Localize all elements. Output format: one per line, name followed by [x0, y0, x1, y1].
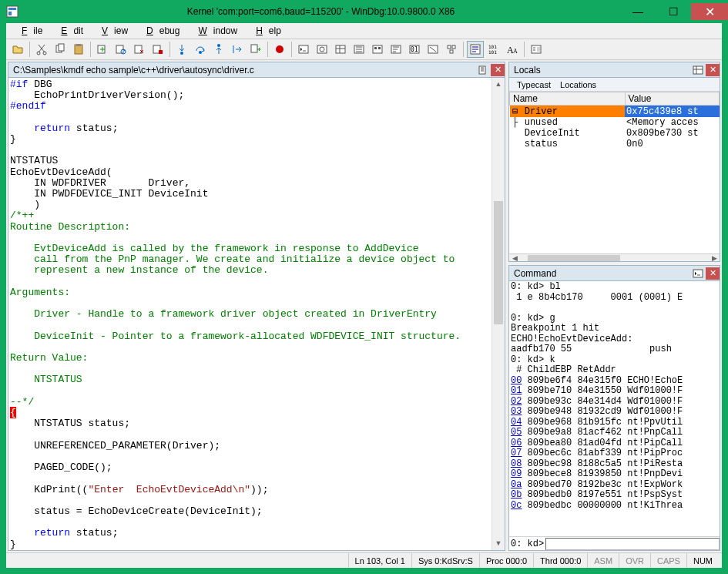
title-bar: Kernel 'com:port=com6,baud=115200' - Win… — [0, 0, 728, 23]
stack-frame-link[interactable]: 0a — [511, 479, 522, 490]
stack-frame-link[interactable]: 06 — [511, 438, 522, 448]
locals-row[interactable]: ├ unused <Memory acces — [510, 117, 720, 128]
paste-icon[interactable] — [70, 41, 87, 58]
svg-rect-8 — [76, 44, 81, 46]
status-asm: ASM — [587, 553, 619, 568]
locals-panel-options-icon[interactable] — [691, 64, 705, 76]
locals-tab-locations[interactable]: Locations — [555, 80, 601, 89]
stack-frame-link[interactable]: 04 — [511, 417, 522, 428]
close-button[interactable]: ✕ — [691, 3, 728, 20]
stack-frame-link[interactable]: 0b — [511, 489, 522, 500]
step-into-icon[interactable] — [173, 41, 190, 58]
memory-window-icon[interactable] — [369, 41, 386, 58]
minimize-button[interactable]: — — [620, 3, 656, 20]
maximize-button[interactable]: ☐ — [656, 3, 691, 20]
scratch-window-icon[interactable] — [424, 41, 441, 58]
status-position: Ln 103, Col 1 — [348, 553, 411, 568]
locals-row[interactable]: status 0n0 — [510, 139, 720, 149]
stack-frame-link[interactable]: 08 — [511, 458, 522, 469]
font-icon[interactable]: AA — [504, 41, 521, 58]
svg-rect-33 — [452, 45, 455, 49]
stack-frame-link[interactable]: 03 — [511, 406, 522, 417]
breakpoint-icon[interactable] — [271, 41, 288, 58]
svg-rect-41 — [537, 47, 540, 52]
locals-table[interactable]: Name Value ⊟ Driver 0x75c439e8 st ├ unus… — [509, 92, 720, 149]
source-code-area[interactable]: #if DBG EchoPrintDriverVersion(); #endif… — [8, 78, 491, 550]
locals-row[interactable]: DeviceInit 0x809be730 st — [510, 128, 720, 139]
source-panel-header: C:\Samples\kmdf echo sample\c++\driver\a… — [8, 62, 505, 78]
locals-tab-typecast[interactable]: Typecast — [512, 80, 555, 89]
svg-rect-18 — [251, 45, 257, 52]
command-panel-close-icon[interactable]: ✕ — [706, 267, 720, 280]
command-window-icon[interactable] — [295, 41, 312, 58]
svg-point-16 — [199, 51, 202, 54]
menu-bar: File Edit View Debug Window Help — [6, 23, 722, 39]
goto-source-icon[interactable] — [247, 41, 264, 58]
cut-icon[interactable] — [33, 41, 50, 58]
stack-frame-link[interactable]: 01 — [511, 385, 522, 396]
command-panel-options-icon[interactable] — [691, 267, 705, 280]
menu-edit[interactable]: Edit — [49, 24, 89, 38]
stack-frame-link[interactable]: 05 — [511, 427, 522, 438]
locals-col-value[interactable]: Value — [625, 92, 719, 106]
source-scrollbar[interactable]: ▲ ▼ — [491, 78, 505, 550]
menu-debug[interactable]: Debug — [134, 24, 186, 38]
menu-window[interactable]: Window — [186, 24, 243, 38]
source-panel-close-icon[interactable]: ✕ — [491, 64, 505, 76]
svg-rect-43 — [693, 66, 703, 74]
svg-rect-2 — [8, 12, 12, 15]
menu-file[interactable]: File — [9, 24, 49, 38]
stack-frame-link[interactable]: 00 — [511, 375, 522, 386]
status-ovr: OVR — [619, 553, 650, 568]
locals-window-icon[interactable] — [332, 41, 349, 58]
locals-subheader: Typecast Locations — [509, 78, 720, 92]
copy-icon[interactable] — [52, 41, 69, 58]
run-to-cursor-icon[interactable] — [229, 41, 246, 58]
stack-frame-link[interactable]: 09 — [511, 468, 522, 479]
panel-options-icon[interactable] — [476, 64, 490, 76]
stop-icon[interactable] — [131, 41, 148, 58]
callstack-window-icon[interactable] — [387, 41, 404, 58]
stack-frame-link[interactable]: 0c — [511, 500, 522, 511]
go-icon[interactable] — [94, 41, 111, 58]
open-icon[interactable] — [9, 41, 26, 58]
step-out-icon[interactable] — [210, 41, 227, 58]
locals-panel-close-icon[interactable]: ✕ — [706, 64, 720, 76]
svg-rect-44 — [693, 270, 703, 277]
step-over-icon[interactable] — [192, 41, 209, 58]
status-caps: CAPS — [650, 553, 686, 568]
toolbar: 01 101101 AA — [6, 39, 722, 60]
binary-mode-icon[interactable]: 101101 — [485, 41, 502, 58]
svg-rect-14 — [159, 50, 163, 54]
svg-rect-20 — [299, 45, 308, 53]
svg-rect-27 — [378, 47, 381, 49]
locals-panel-header: Locals ✕ — [509, 62, 720, 78]
source-mode-icon[interactable] — [467, 41, 484, 58]
locals-row[interactable]: ⊟ Driver 0x75c439e8 st — [510, 106, 720, 118]
status-thread: Thrd 000:0 — [533, 553, 587, 568]
command-input[interactable] — [545, 538, 720, 550]
svg-rect-32 — [448, 45, 451, 49]
menu-view[interactable]: View — [89, 24, 134, 38]
registers-window-icon[interactable] — [351, 41, 367, 58]
svg-point-19 — [276, 45, 283, 53]
stack-frame-link[interactable]: 07 — [511, 448, 522, 458]
menu-help[interactable]: Help — [243, 24, 287, 38]
stack-frame-link[interactable]: 02 — [511, 396, 522, 407]
locals-scrollbar[interactable]: ◀▶ — [509, 253, 720, 261]
command-output[interactable]: 0: kd> bl 1 e 8b4cb170 0001 (0001) E 0: … — [509, 281, 720, 536]
status-bar: Ln 103, Col 1 Sys 0:KdSrv:S Proc 000:0 T… — [6, 552, 722, 568]
watch-window-icon[interactable] — [314, 41, 330, 58]
svg-rect-25 — [373, 45, 382, 53]
window-title: Kernel 'com:port=com6,baud=115200' - Win… — [184, 6, 455, 17]
break-icon[interactable] — [149, 41, 166, 58]
processes-window-icon[interactable] — [443, 41, 460, 58]
status-process: Proc 000:0 — [479, 553, 533, 568]
command-panel-header: Command ✕ — [509, 266, 720, 281]
restart-icon[interactable] — [112, 41, 129, 58]
locals-col-name[interactable]: Name — [510, 92, 626, 106]
svg-text:101: 101 — [488, 44, 497, 49]
svg-point-17 — [217, 44, 220, 47]
disasm-window-icon[interactable]: 01 — [406, 41, 423, 58]
options-icon[interactable] — [528, 41, 545, 58]
